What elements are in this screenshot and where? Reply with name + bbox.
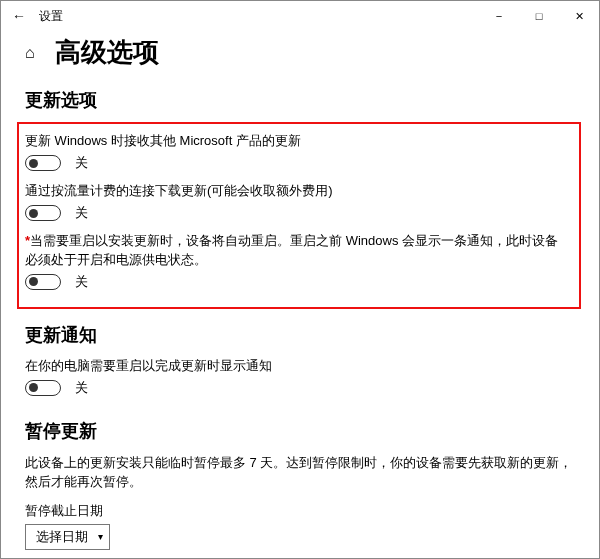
option-label-text: 当需要重启以安装更新时，设备将自动重启。重启之前 Windows 会显示一条通知… bbox=[25, 233, 558, 266]
window-title: 设置 bbox=[29, 8, 63, 25]
close-button[interactable]: ✕ bbox=[559, 1, 599, 31]
option-label: 在你的电脑需要重启以完成更新时显示通知 bbox=[25, 357, 575, 375]
toggle-state: 关 bbox=[75, 204, 88, 222]
option-label: 通过按流量计费的连接下载更新(可能会收取额外费用) bbox=[25, 182, 571, 200]
page-title: 高级选项 bbox=[55, 35, 159, 70]
back-button[interactable]: ← bbox=[9, 8, 29, 24]
pause-description: 此设备上的更新安装只能临时暂停最多 7 天。达到暂停限制时，你的设备需要先获取新… bbox=[25, 453, 575, 492]
dropdown-value: 选择日期 bbox=[36, 528, 88, 546]
toggle-state: 关 bbox=[75, 273, 88, 291]
toggle-auto-restart[interactable] bbox=[25, 274, 61, 290]
section-pause-heading: 暂停更新 bbox=[25, 419, 575, 443]
option-metered-download: 通过按流量计费的连接下载更新(可能会收取额外费用) 关 bbox=[25, 182, 571, 222]
maximize-button[interactable]: □ bbox=[519, 1, 559, 31]
toggle-state: 关 bbox=[75, 154, 88, 172]
option-receive-other-ms-updates: 更新 Windows 时接收其他 Microsoft 产品的更新 关 bbox=[25, 132, 571, 172]
pause-until-label: 暂停截止日期 bbox=[25, 502, 575, 520]
minimize-button[interactable]: − bbox=[479, 1, 519, 31]
toggle-state: 关 bbox=[75, 379, 88, 397]
pause-date-dropdown[interactable]: 选择日期 ▾ bbox=[25, 524, 110, 550]
option-auto-restart: *当需要重启以安装更新时，设备将自动重启。重启之前 Windows 会显示一条通… bbox=[25, 232, 571, 290]
toggle-metered-download[interactable] bbox=[25, 205, 61, 221]
section-update-options-heading: 更新选项 bbox=[25, 88, 575, 112]
section-update-notify-heading: 更新通知 bbox=[25, 323, 575, 347]
option-label: 更新 Windows 时接收其他 Microsoft 产品的更新 bbox=[25, 132, 571, 150]
chevron-down-icon: ▾ bbox=[98, 531, 103, 542]
toggle-restart-notify[interactable] bbox=[25, 380, 61, 396]
option-label: *当需要重启以安装更新时，设备将自动重启。重启之前 Windows 会显示一条通… bbox=[25, 232, 571, 268]
highlighted-options-box: 更新 Windows 时接收其他 Microsoft 产品的更新 关 通过按流量… bbox=[17, 122, 581, 309]
toggle-receive-other-ms-updates[interactable] bbox=[25, 155, 61, 171]
home-icon[interactable]: ⌂ bbox=[25, 44, 43, 62]
option-restart-notify: 在你的电脑需要重启以完成更新时显示通知 关 bbox=[25, 357, 575, 397]
